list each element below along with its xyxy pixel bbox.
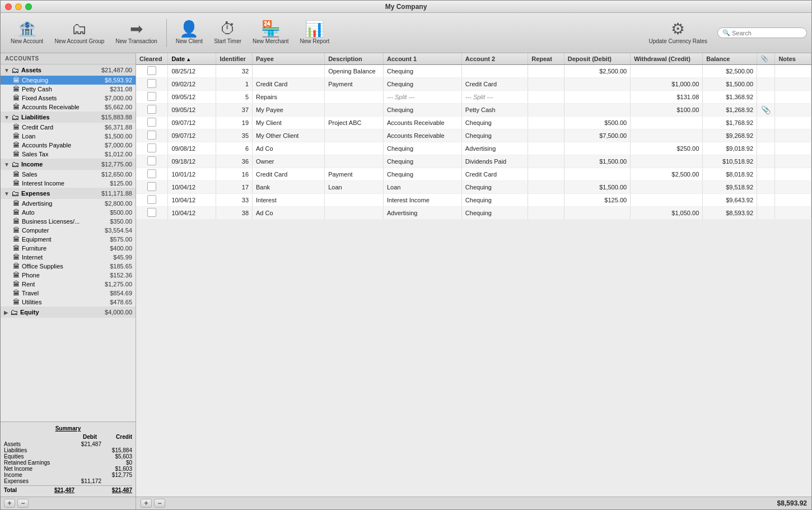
new-transaction-button[interactable]: ➡ New Transaction — [110, 19, 162, 47]
minimize-button[interactable] — [15, 3, 22, 10]
close-button[interactable] — [5, 3, 12, 10]
cell-balance: $2,500.00 — [703, 64, 757, 78]
start-timer-button[interactable]: ⏱ Start Timer — [208, 19, 247, 47]
account-item-office-supplies[interactable]: 🏛 Office Supplies $185.65 — [1, 262, 136, 271]
account-item-interest-income[interactable]: 🏛 Interest Income $125.00 — [1, 179, 136, 188]
account-item-phone[interactable]: 🏛 Phone $152.36 — [1, 271, 136, 280]
cell-deposit — [564, 207, 630, 220]
transaction-table: ClearedDate▲IdentifierPayeeDescriptionAc… — [136, 53, 811, 220]
cleared-checkbox[interactable] — [147, 105, 156, 114]
account-item-travel[interactable]: 🏛 Travel $854.69 — [1, 289, 136, 298]
group-header-income[interactable]: ▼ 🗂 Income $12,775.00 — [1, 159, 136, 170]
summary-row-credit: $12,775 — [101, 472, 132, 478]
cell-deposit — [564, 78, 630, 91]
account-item-utilities[interactable]: 🏛 Utilities $478.65 — [1, 298, 136, 307]
col-header-payee[interactable]: Payee — [253, 53, 325, 64]
account-item-equipment[interactable]: 🏛 Equipment $575.00 — [1, 235, 136, 244]
cell-date: 10/04/12 — [168, 207, 216, 220]
col-header-account1[interactable]: Account 1 — [383, 53, 461, 64]
cell-repeat — [528, 91, 564, 104]
account-icon: 🏛 — [13, 217, 20, 225]
account-item-computer[interactable]: 🏛 Computer $3,554.54 — [1, 226, 136, 235]
group-header-assets[interactable]: ▼ 🗂 Assets $21,487.00 — [1, 64, 136, 76]
summary-row: Assets $21,487 — [4, 441, 132, 447]
new-account-group-button[interactable]: 🗂 New Account Group — [49, 19, 110, 47]
new-client-button[interactable]: 👤 New Client — [170, 19, 208, 47]
account-item-chequing[interactable]: 🏛 Chequing $8,593.92 — [1, 76, 136, 85]
account-item-advertising[interactable]: 🏛 Advertising $2,800.00 — [1, 199, 136, 208]
table-row[interactable]: 09/05/1237My PayeeChequingPetty Cash$100… — [136, 104, 811, 117]
remove-transaction-button[interactable]: − — [154, 499, 165, 508]
cleared-checkbox[interactable] — [147, 195, 156, 204]
account-item-accounts-payable[interactable]: 🏛 Accounts Payable $7,000.00 — [1, 141, 136, 150]
col-header-date[interactable]: Date▲ — [168, 53, 216, 64]
new-merchant-button[interactable]: 🏪 New Merchant — [247, 19, 294, 47]
group-header-expenses[interactable]: ▼ 🗂 Expenses $11,171.88 — [1, 188, 136, 199]
account-item-sales-tax[interactable]: 🏛 Sales Tax $1,012.00 — [1, 150, 136, 159]
search-box[interactable]: 🔍 — [717, 27, 807, 38]
table-row[interactable]: 09/07/1219My ClientProject ABCAccounts R… — [136, 117, 811, 129]
summary-row: Expenses $11,172 — [4, 478, 132, 484]
col-header-account2[interactable]: Account 2 — [461, 53, 528, 64]
table-row[interactable]: 10/04/1238Ad CoAdvertisingChequing$1,050… — [136, 207, 811, 220]
group-header-liabilities[interactable]: ▼ 🗂 Liabilities $15,883.88 — [1, 112, 136, 123]
col-header-notes[interactable]: Notes — [775, 53, 811, 64]
update-currency-button[interactable]: ⚙ Update Currency Rates — [643, 19, 713, 47]
account-item-business-licenses/[interactable]: 🏛 Business Licenses/... $350.00 — [1, 217, 136, 226]
cleared-checkbox[interactable] — [147, 156, 156, 165]
account-item-internet[interactable]: 🏛 Internet $45.99 — [1, 253, 136, 262]
col-header-attach[interactable]: 📎 — [757, 53, 775, 64]
new-account-button[interactable]: 🏦 New Account — [5, 19, 49, 47]
account-item-sales[interactable]: 🏛 Sales $12,650.00 — [1, 170, 136, 179]
summary-row-label: Liabilities — [4, 447, 71, 453]
table-row[interactable]: 10/01/1216Credit CardPaymentChequingCred… — [136, 168, 811, 181]
cleared-checkbox[interactable] — [147, 208, 156, 217]
search-input[interactable] — [732, 30, 799, 36]
summary-row: Equities $5,603 — [4, 453, 132, 460]
maximize-button[interactable] — [25, 3, 32, 10]
col-header-cleared[interactable]: Cleared — [136, 53, 168, 64]
table-row[interactable]: 09/18/1236OwnerChequingDividends Paid$1,… — [136, 155, 811, 168]
add-transaction-button[interactable]: + — [141, 499, 152, 508]
account-item-auto[interactable]: 🏛 Auto $500.00 — [1, 208, 136, 217]
account-item-fixed-assets[interactable]: 🏛 Fixed Assets $7,000.00 — [1, 94, 136, 103]
cleared-checkbox[interactable] — [147, 169, 156, 178]
account-item-credit-card[interactable]: 🏛 Credit Card $6,371.88 — [1, 123, 136, 132]
account-item-rent[interactable]: 🏛 Rent $1,275.00 — [1, 280, 136, 289]
col-header-balance[interactable]: Balance — [703, 53, 757, 64]
cleared-checkbox[interactable] — [147, 118, 156, 127]
col-header-withdrawal[interactable]: Withdrawal (Credit) — [631, 53, 703, 64]
account-item-loan[interactable]: 🏛 Loan $1,500.00 — [1, 132, 136, 141]
table-row[interactable]: 09/05/125Repairs--- Split ------ Split -… — [136, 91, 811, 104]
table-row[interactable]: 10/04/1217BankLoanLoanChequing$1,500.00$… — [136, 181, 811, 194]
remove-account-button[interactable]: − — [17, 499, 29, 508]
new-report-button[interactable]: 📊 New Report — [295, 19, 335, 47]
cell-payee: Credit Card — [253, 168, 325, 181]
cleared-checkbox[interactable] — [147, 79, 156, 88]
col-header-description[interactable]: Description — [325, 53, 384, 64]
table-row[interactable]: 09/02/121Credit CardPaymentChequingCredi… — [136, 78, 811, 91]
group-header-equity[interactable]: ▶ 🗂 Equity $4,000.00 — [1, 307, 136, 318]
add-account-button[interactable]: + — [4, 499, 15, 508]
cell-account1: Chequing — [383, 155, 461, 168]
account-item-petty-cash[interactable]: 🏛 Petty Cash $231.08 — [1, 85, 136, 94]
table-row[interactable]: 08/25/1232Opening BalanceChequing$2,500.… — [136, 64, 811, 78]
cleared-checkbox[interactable] — [147, 182, 156, 191]
account-icon: 🏛 — [13, 280, 20, 288]
cell-account2: Petty Cash — [461, 104, 528, 117]
cleared-checkbox[interactable] — [147, 131, 156, 140]
cleared-checkbox[interactable] — [147, 92, 156, 101]
col-header-deposit[interactable]: Deposit (Debit) — [564, 53, 630, 64]
sidebar-header: Accounts — [1, 53, 136, 64]
table-row[interactable]: 10/04/1233InterestInterest IncomeChequin… — [136, 194, 811, 207]
cell-cleared — [136, 104, 168, 117]
account-item-accounts-receivable[interactable]: 🏛 Accounts Receivable $5,662.00 — [1, 103, 136, 112]
cell-balance: $9,643.92 — [703, 194, 757, 207]
table-row[interactable]: 09/07/1235My Other ClientAccounts Receiv… — [136, 129, 811, 142]
col-header-identifier[interactable]: Identifier — [216, 53, 253, 64]
cleared-checkbox[interactable] — [147, 143, 156, 152]
account-item-furniture[interactable]: 🏛 Furniture $400.00 — [1, 244, 136, 253]
cleared-checkbox[interactable] — [147, 66, 156, 75]
table-row[interactable]: 09/08/126Ad CoChequingAdvertising$250.00… — [136, 142, 811, 155]
col-header-repeat[interactable]: Repeat — [528, 53, 564, 64]
